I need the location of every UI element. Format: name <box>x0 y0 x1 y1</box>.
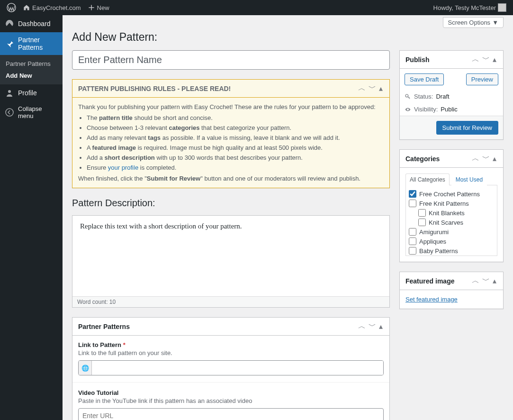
new-menu[interactable]: New <box>86 4 111 11</box>
plus-icon <box>88 4 95 11</box>
new-label: New <box>97 4 109 11</box>
avatar <box>498 3 506 12</box>
wp-logo[interactable] <box>5 3 18 12</box>
site-link[interactable]: EasyCrochet.com <box>21 4 83 11</box>
account-menu[interactable]: Howdy, Testy McTester <box>432 3 508 12</box>
site-name: EasyCrochet.com <box>32 4 81 11</box>
wordpress-icon <box>7 3 16 12</box>
home-icon <box>23 4 30 11</box>
admin-topbar: EasyCrochet.com New Howdy, Testy McTeste… <box>0 0 513 15</box>
howdy-text: Howdy, Testy McTester <box>433 4 496 11</box>
